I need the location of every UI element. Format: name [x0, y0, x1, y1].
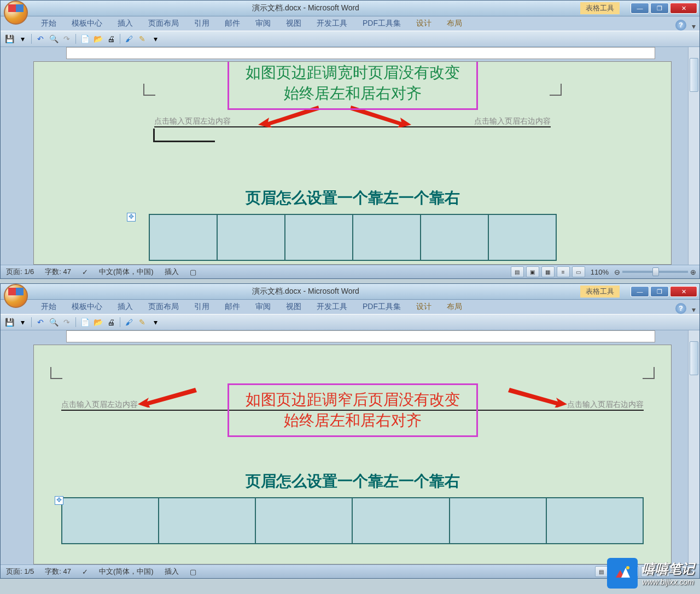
help-icon[interactable]: ? [675, 20, 686, 31]
help-icon[interactable]: ? [675, 303, 686, 314]
language[interactable]: 中文(简体，中国) [97, 567, 156, 576]
web-view-icon[interactable]: ▦ [541, 266, 555, 277]
redo-icon[interactable]: ↷ [61, 317, 72, 328]
proofing-icon[interactable]: ✓ [80, 268, 90, 276]
tab-layout[interactable]: 页面布局 [141, 300, 186, 314]
save-icon[interactable]: 💾 [4, 33, 15, 44]
chevron-down-icon[interactable]: ▾ [150, 33, 161, 44]
undo-icon[interactable]: ↶ [35, 33, 46, 44]
tab-design[interactable]: 设计 [409, 300, 439, 314]
tab-pdf[interactable]: PDF工具集 [355, 300, 409, 314]
office-button[interactable] [4, 284, 28, 308]
open-icon[interactable]: 📂 [92, 317, 103, 328]
zoom-slider[interactable] [622, 271, 688, 273]
new-icon[interactable]: 📄 [79, 33, 90, 44]
chevron-down-icon[interactable]: ▾ [692, 305, 699, 314]
draft-view-icon[interactable]: ▭ [572, 266, 585, 277]
header-left-placeholder[interactable]: 点击输入页眉左边内容 [61, 400, 138, 410]
close-button[interactable]: ✕ [670, 3, 697, 14]
svg-rect-4 [612, 563, 632, 583]
tab-developer[interactable]: 开发工具 [309, 16, 355, 31]
chevron-down-icon[interactable]: ▾ [150, 317, 161, 328]
pen-icon[interactable]: ✎ [137, 317, 148, 328]
qat-dropdown-icon[interactable]: ▾ [17, 33, 28, 44]
new-icon[interactable]: 📄 [79, 317, 90, 328]
header-right-placeholder[interactable]: 点击输入页眉右边内容 [474, 117, 551, 126]
ruler[interactable] [66, 330, 655, 342]
page-count[interactable]: 页面: 1/6 [4, 267, 36, 277]
pen-icon[interactable]: ✎ [137, 33, 148, 44]
tab-table-layout[interactable]: 布局 [439, 16, 470, 31]
brush-icon[interactable]: 🖌 [124, 317, 135, 328]
vertical-scrollbar[interactable] [688, 47, 699, 265]
tab-home[interactable]: 开始 [33, 300, 64, 314]
document-page[interactable]: 点击输入页眉左边内容 点击输入页眉右边内容 如图页边距调窄后页眉没有改变 始终居… [33, 345, 672, 564]
document-page[interactable]: 如图页边距调宽时页眉没有改变 始终居左和居右对齐 点击输入页眉左边内容 点击输入… [33, 61, 672, 265]
save-icon[interactable]: 💾 [4, 317, 15, 328]
word-count[interactable]: 字数: 47 [43, 567, 73, 576]
minimize-button[interactable]: — [631, 286, 649, 297]
tab-view[interactable]: 视图 [278, 300, 309, 314]
tab-home[interactable]: 开始 [33, 16, 64, 31]
titlebar[interactable]: 演示文档.docx - Microsoft Word 表格工具 — ❐ ✕ [1, 284, 699, 300]
tab-template[interactable]: 模板中心 [64, 16, 110, 31]
header-left-placeholder[interactable]: 点击输入页眉左边内容 [154, 117, 231, 126]
window-title: 演示文档.docx - Microsoft Word [31, 3, 580, 13]
print-layout-view-icon[interactable]: ▤ [595, 566, 608, 577]
maximize-button[interactable]: ❐ [650, 3, 669, 14]
titlebar[interactable]: 演示文档.docx - Microsoft Word 表格工具 — ❐ ✕ [1, 1, 699, 16]
header-right-placeholder[interactable]: 点击输入页眉右边内容 [567, 400, 644, 410]
tab-design[interactable]: 设计 [409, 16, 439, 31]
preview-icon[interactable]: 🔍 [48, 317, 59, 328]
document-table[interactable] [149, 214, 557, 261]
tab-insert[interactable]: 插入 [110, 16, 141, 31]
tab-review[interactable]: 审阅 [248, 16, 278, 31]
tab-template[interactable]: 模板中心 [64, 300, 110, 314]
table-move-handle[interactable]: ✥ [55, 496, 63, 505]
zoom-in-icon[interactable]: ⊕ [690, 268, 696, 276]
chevron-down-icon[interactable]: ▾ [692, 22, 699, 31]
close-button[interactable]: ✕ [670, 286, 697, 297]
tab-mailings[interactable]: 邮件 [217, 300, 248, 314]
document-heading: 页眉怎么设置一个靠左一个靠右 [34, 188, 671, 208]
print-layout-view-icon[interactable]: ▤ [511, 266, 524, 277]
tab-view[interactable]: 视图 [278, 16, 309, 31]
tab-references[interactable]: 引用 [186, 300, 217, 314]
word-count[interactable]: 字数: 47 [43, 267, 73, 277]
macro-icon[interactable]: ▢ [188, 568, 199, 576]
redo-icon[interactable]: ↷ [61, 33, 72, 44]
tab-mailings[interactable]: 邮件 [217, 16, 248, 31]
print-icon[interactable]: 🖨 [106, 33, 116, 44]
brush-icon[interactable]: 🖌 [124, 33, 135, 44]
insert-mode[interactable]: 插入 [162, 267, 181, 277]
tab-review[interactable]: 审阅 [248, 300, 278, 314]
tab-developer[interactable]: 开发工具 [309, 300, 355, 314]
tab-table-layout[interactable]: 布局 [439, 300, 470, 314]
minimize-button[interactable]: — [631, 3, 649, 14]
zoom-level[interactable]: 110% [591, 268, 609, 276]
language[interactable]: 中文(简体，中国) [97, 267, 156, 277]
macro-icon[interactable]: ▢ [188, 268, 199, 276]
qat-dropdown-icon[interactable]: ▾ [17, 317, 28, 328]
tab-insert[interactable]: 插入 [110, 300, 141, 314]
undo-icon[interactable]: ↶ [35, 317, 46, 328]
table-tools-label: 表格工具 [580, 286, 620, 298]
ruler[interactable] [66, 47, 655, 59]
proofing-icon[interactable]: ✓ [80, 568, 90, 576]
insert-mode[interactable]: 插入 [162, 567, 181, 576]
maximize-button[interactable]: ❐ [650, 286, 669, 297]
print-icon[interactable]: 🖨 [106, 317, 116, 328]
tab-references[interactable]: 引用 [186, 16, 217, 31]
page-count[interactable]: 页面: 1/5 [4, 567, 36, 576]
document-table[interactable] [61, 497, 644, 544]
outline-view-icon[interactable]: ≡ [557, 266, 570, 277]
open-icon[interactable]: 📂 [92, 33, 103, 44]
table-move-handle[interactable]: ✥ [127, 213, 136, 222]
office-button[interactable] [4, 1, 28, 25]
vertical-scrollbar[interactable] [688, 330, 699, 564]
preview-icon[interactable]: 🔍 [48, 33, 59, 44]
tab-layout[interactable]: 页面布局 [141, 16, 186, 31]
zoom-out-icon[interactable]: ⊖ [614, 268, 620, 276]
fullscreen-view-icon[interactable]: ▣ [526, 266, 539, 277]
tab-pdf[interactable]: PDF工具集 [355, 16, 409, 31]
